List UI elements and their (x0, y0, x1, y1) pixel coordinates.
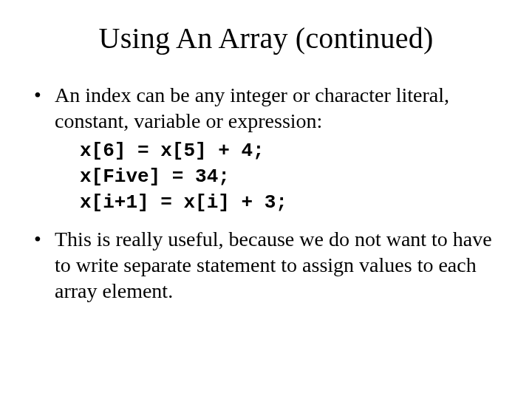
code-block: x[6] = x[5] + 4; x[Five] = 34; x[i+1] = … (55, 138, 502, 216)
bullet-item: This is really useful, because we do not… (30, 226, 502, 304)
slide-title: Using An Array (continued) (30, 21, 502, 55)
slide: Using An Array (continued) An index can … (0, 0, 532, 399)
bullet-text: This is really useful, because we do not… (55, 228, 492, 302)
bullet-item: An index can be any integer or character… (30, 82, 502, 216)
code-line: x[6] = x[5] + 4; (80, 138, 502, 164)
bullet-text: An index can be any integer or character… (55, 83, 449, 132)
code-line: x[Five] = 34; (80, 164, 502, 190)
bullet-list: An index can be any integer or character… (30, 82, 502, 304)
code-line: x[i+1] = x[i] + 3; (80, 190, 502, 216)
